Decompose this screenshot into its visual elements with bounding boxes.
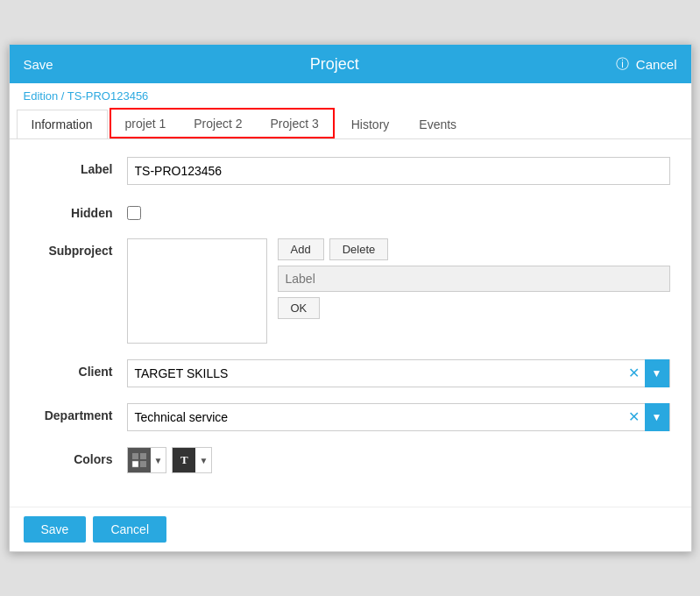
tab-project3[interactable]: Project 3	[257, 110, 333, 138]
bg-color-button[interactable]: ▼	[127, 447, 167, 473]
label-row: Label	[31, 157, 670, 185]
client-field-label: Client	[31, 359, 127, 379]
colors-field-label: Colors	[31, 447, 127, 466]
hidden-checkbox[interactable]	[127, 206, 141, 220]
bg-color-arrow-icon: ▼	[151, 456, 166, 465]
text-color-swatch: T	[173, 448, 195, 472]
footer-cancel-button[interactable]: Cancel	[93, 516, 166, 543]
tab-information[interactable]: Information	[17, 110, 108, 138]
modal-body: Label Hidden Subproject Add Del	[10, 139, 691, 507]
hidden-row: Hidden	[31, 201, 670, 223]
header-save-button[interactable]: Save	[24, 57, 53, 72]
client-clear-icon[interactable]: ✕	[623, 359, 645, 387]
svg-rect-0	[132, 453, 138, 459]
subproject-wrap: Add Delete OK	[127, 238, 670, 344]
tab-events[interactable]: Events	[404, 110, 471, 138]
tabs-highlight-group: projet 1 Project 2 Project 3	[110, 108, 335, 138]
client-row: Client TARGET SKILLS ✕ ▼	[31, 359, 670, 387]
tab-projet1[interactable]: projet 1	[111, 110, 180, 138]
svg-rect-2	[132, 461, 138, 467]
label-input[interactable]	[127, 157, 670, 185]
client-dropdown-icon[interactable]: ▼	[645, 359, 669, 387]
tab-history[interactable]: History	[336, 110, 405, 138]
colors-row: Colors ▼	[31, 447, 670, 473]
modal-header: Save Project ⓘ Cancel	[10, 45, 691, 83]
text-color-arrow-icon: ▼	[195, 456, 211, 465]
client-value: TARGET SKILLS	[128, 359, 623, 387]
department-clear-icon[interactable]: ✕	[623, 403, 645, 431]
breadcrumb-bar: Edition / TS-PRO123456	[10, 83, 691, 108]
header-cancel-button[interactable]: Cancel	[636, 57, 677, 72]
text-color-button[interactable]: T ▼	[172, 447, 212, 473]
subproject-add-button[interactable]: Add	[278, 238, 324, 260]
colors-wrap: ▼ T ▼	[127, 447, 670, 473]
department-wrap: Technical service ✕ ▼	[127, 403, 670, 431]
modal-title: Project	[53, 55, 616, 74]
modal-window: Save Project ⓘ Cancel Edition / TS-PRO12…	[9, 44, 692, 552]
hidden-checkbox-wrap	[127, 201, 670, 223]
subproject-field-label: Subproject	[31, 238, 127, 258]
subproject-btn-row: Add Delete	[278, 238, 670, 260]
subproject-row: Subproject Add Delete OK	[31, 238, 670, 344]
client-wrap: TARGET SKILLS ✕ ▼	[127, 359, 670, 387]
breadcrumb-link[interactable]: Edition / TS-PRO123456	[24, 89, 149, 103]
subproject-list[interactable]	[127, 238, 267, 344]
subproject-ok-button[interactable]: OK	[278, 297, 321, 319]
modal-footer: Save Cancel	[10, 507, 691, 551]
department-value: Technical service	[128, 403, 623, 431]
header-right-actions: ⓘ Cancel	[616, 56, 677, 73]
tab-project2[interactable]: Project 2	[180, 110, 256, 138]
subproject-label-input[interactable]	[278, 266, 670, 292]
department-field-label: Department	[31, 403, 127, 422]
subproject-area: Add Delete OK	[127, 238, 670, 344]
department-select[interactable]: Technical service ✕ ▼	[127, 403, 670, 431]
svg-rect-3	[140, 461, 146, 467]
hidden-field-label: Hidden	[31, 201, 127, 220]
label-input-wrap	[127, 157, 670, 185]
subproject-delete-button[interactable]: Delete	[329, 238, 389, 260]
client-select[interactable]: TARGET SKILLS ✕ ▼	[127, 359, 670, 387]
footer-save-button[interactable]: Save	[24, 516, 87, 543]
department-row: Department Technical service ✕ ▼	[31, 403, 670, 431]
tabs-bar: Information projet 1 Project 2 Project 3…	[10, 108, 691, 139]
svg-rect-1	[140, 453, 146, 459]
bg-color-swatch	[128, 448, 151, 472]
label-field-label: Label	[31, 157, 127, 176]
help-icon[interactable]: ⓘ	[616, 56, 629, 73]
department-dropdown-icon[interactable]: ▼	[645, 403, 669, 431]
subproject-controls: Add Delete OK	[278, 238, 670, 319]
colors-controls: ▼ T ▼	[127, 447, 670, 473]
